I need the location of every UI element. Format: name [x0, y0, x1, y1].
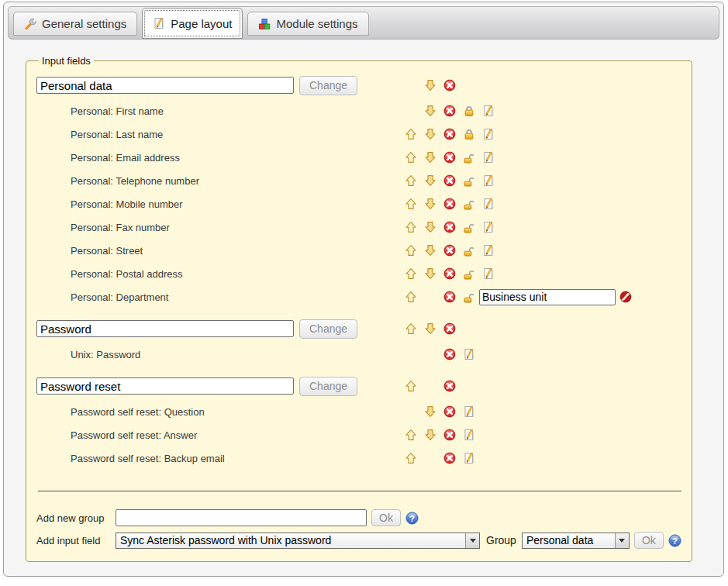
delete-icon[interactable] — [443, 267, 456, 280]
dropdown-arrow-icon[interactable] — [615, 533, 629, 548]
move-down-icon[interactable] — [424, 322, 436, 335]
move-up-icon[interactable] — [405, 221, 417, 233]
add-group-ok-button[interactable]: Ok — [371, 509, 401, 526]
row-controls — [401, 322, 459, 336]
row-controls — [401, 174, 498, 188]
move-down-icon[interactable] — [424, 128, 436, 140]
row-controls — [401, 452, 478, 465]
group-select-value: Personal data — [526, 534, 615, 546]
row-controls — [401, 429, 478, 442]
move-down-icon[interactable] — [424, 221, 436, 233]
edit-icon[interactable] — [463, 452, 475, 464]
delete-icon[interactable] — [443, 244, 456, 257]
field-label: Unix: Password — [36, 349, 401, 360]
delete-icon[interactable] — [443, 348, 456, 360]
delete-icon[interactable] — [443, 221, 456, 233]
delete-icon[interactable] — [443, 105, 456, 117]
edit-icon[interactable] — [463, 429, 475, 441]
delete-icon[interactable] — [443, 198, 456, 210]
group-name-input[interactable] — [36, 77, 294, 94]
change-group-name-button[interactable]: Change — [299, 377, 357, 396]
move-down-icon[interactable] — [424, 267, 436, 280]
field-row: Unix: Password — [36, 343, 681, 366]
move-down-icon[interactable] — [424, 198, 436, 210]
lock-open-icon[interactable] — [463, 221, 475, 233]
edit-icon[interactable] — [482, 244, 495, 257]
lock-open-icon[interactable] — [463, 174, 475, 187]
row-controls — [401, 267, 498, 281]
cancel-edit-icon[interactable] — [619, 291, 632, 303]
divider — [38, 491, 681, 491]
edit-icon[interactable] — [482, 151, 495, 164]
field-row: Personal: Telephone number — [36, 169, 681, 192]
change-group-name-button[interactable]: Change — [299, 319, 357, 339]
move-up-icon[interactable] — [405, 128, 417, 140]
move-up-icon[interactable] — [405, 380, 417, 392]
lock-open-icon[interactable] — [463, 267, 475, 280]
group-name-input[interactable] — [36, 377, 294, 395]
help-icon[interactable] — [405, 512, 419, 525]
delete-icon[interactable] — [443, 452, 456, 464]
field-row: Password self reset: Question — [36, 400, 681, 423]
lock-open-icon[interactable] — [463, 198, 475, 210]
delete-icon[interactable] — [443, 291, 456, 303]
wrench-icon — [24, 18, 36, 30]
add-field-ok-button[interactable]: Ok — [634, 532, 664, 549]
rename-field-input[interactable] — [479, 289, 616, 305]
lock-open-icon[interactable] — [463, 151, 475, 164]
input-field-select[interactable]: Sync Asterisk password with Unix passwor… — [116, 533, 480, 549]
tab-module-settings[interactable]: Module settings — [247, 12, 368, 36]
tab-page-layout[interactable]: Page layout — [142, 8, 243, 39]
move-up-icon[interactable] — [405, 174, 417, 187]
move-up-icon[interactable] — [405, 151, 417, 164]
edit-icon[interactable] — [482, 105, 495, 117]
delete-icon[interactable] — [443, 79, 456, 91]
group-select[interactable]: Personal data — [522, 533, 630, 549]
group-name-input[interactable] — [36, 320, 294, 337]
move-up-icon[interactable] — [405, 244, 417, 257]
move-down-icon[interactable] — [424, 151, 436, 164]
dropdown-arrow-icon[interactable] — [465, 533, 479, 548]
edit-icon[interactable] — [482, 267, 495, 280]
row-controls — [401, 151, 498, 164]
move-down-icon[interactable] — [424, 105, 436, 117]
edit-icon[interactable] — [482, 198, 495, 210]
edit-icon[interactable] — [482, 221, 495, 233]
lock-open-icon[interactable] — [463, 244, 475, 257]
move-down-icon[interactable] — [424, 79, 436, 91]
move-up-icon[interactable] — [405, 291, 417, 303]
add-group-row: Add new group Ok — [36, 508, 681, 528]
move-up-icon[interactable] — [405, 452, 417, 464]
move-down-icon[interactable] — [424, 429, 436, 441]
delete-icon[interactable] — [443, 429, 456, 441]
delete-icon[interactable] — [443, 174, 456, 187]
new-group-input[interactable] — [116, 509, 367, 526]
delete-icon[interactable] — [443, 322, 456, 335]
help-icon[interactable] — [668, 534, 681, 547]
move-up-icon[interactable] — [405, 429, 417, 441]
delete-icon[interactable] — [443, 380, 456, 392]
field-label: Password self reset: Backup email — [36, 453, 401, 464]
edit-icon[interactable] — [482, 174, 495, 187]
delete-icon[interactable] — [443, 128, 456, 140]
add-group-label: Add new group — [36, 512, 116, 524]
lock-open-icon[interactable] — [463, 291, 475, 303]
move-down-icon[interactable] — [424, 244, 436, 257]
lock-closed-icon[interactable] — [463, 128, 475, 140]
edit-icon[interactable] — [482, 128, 495, 140]
edit-icon[interactable] — [463, 405, 475, 418]
tab-general-settings[interactable]: General settings — [13, 12, 137, 36]
move-up-icon[interactable] — [405, 198, 417, 210]
input-fields-legend: Input fields — [39, 55, 94, 67]
edit-icon[interactable] — [463, 348, 475, 360]
change-group-name-button[interactable]: Change — [299, 76, 357, 95]
input-field-select-value: Sync Asterisk password with Unix passwor… — [120, 534, 465, 546]
move-down-icon[interactable] — [424, 174, 436, 187]
move-up-icon[interactable] — [405, 267, 417, 280]
delete-icon[interactable] — [443, 405, 456, 418]
move-up-icon[interactable] — [405, 322, 417, 335]
delete-icon[interactable] — [443, 151, 456, 164]
lock-closed-icon[interactable] — [463, 105, 475, 117]
move-down-icon[interactable] — [424, 405, 436, 418]
row-controls — [401, 221, 498, 234]
